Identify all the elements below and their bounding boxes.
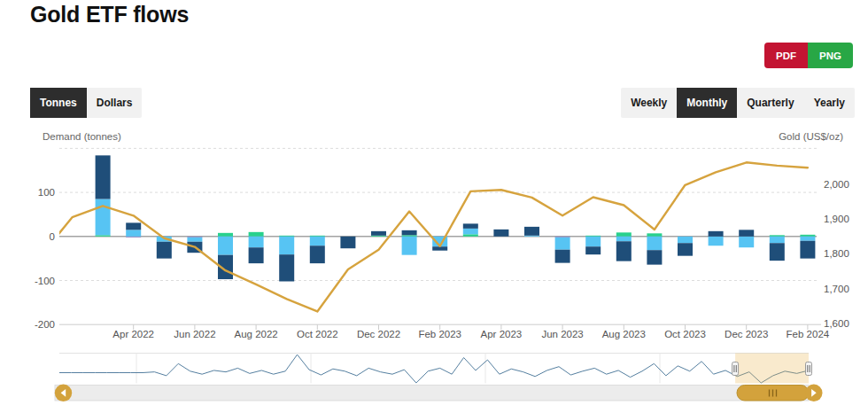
dark-blue-segment[interactable] [371,231,386,236]
light-blue-segment[interactable] [585,237,601,246]
dark-blue-segment[interactable] [770,243,785,261]
green-segment[interactable] [402,235,417,236]
left-axis-tick-label: -200 [35,319,55,330]
light-blue-segment[interactable] [800,237,815,241]
scrollbar-right-button[interactable] [805,385,822,401]
light-blue-segment[interactable] [126,230,141,236]
navigator-selection[interactable] [735,354,809,384]
dark-blue-segment[interactable] [96,155,111,199]
light-blue-segment[interactable] [96,199,111,236]
green-segment[interactable] [310,236,325,237]
bar-mar-2022[interactable] [96,155,111,236]
purple-segment[interactable] [555,237,570,238]
navigator-right-handle[interactable] [806,362,812,376]
light-blue-segment[interactable] [463,229,478,234]
dark-blue-segment[interactable] [463,223,478,228]
x-axis-label: Feb 2023 [418,329,461,339]
navigator-left-handle[interactable] [732,362,739,376]
green-segment[interactable] [218,233,233,237]
green-segment[interactable] [279,236,294,237]
navigator-sparkline [59,355,809,383]
light-blue-segment[interactable] [616,237,632,241]
purple-segment[interactable] [187,237,202,238]
dark-blue-segment[interactable] [678,243,693,255]
green-segment[interactable] [585,236,601,237]
dark-blue-segment[interactable] [524,227,539,236]
right-axis-tick-label: 1,600 [824,318,849,329]
dark-blue-segment[interactable] [647,250,662,264]
x-axis-label: Apr 2022 [112,329,154,339]
bar-oct-2023[interactable] [678,237,693,256]
dark-blue-segment[interactable] [402,230,417,235]
x-axis-label: Aug 2022 [234,329,277,339]
light-blue-segment[interactable] [249,237,264,247]
bar-apr-2023[interactable] [493,230,508,237]
bar-may-2023[interactable] [524,227,539,237]
green-segment[interactable] [647,233,662,236]
right-axis-tick-label: 2,000 [824,179,849,190]
light-blue-segment[interactable] [555,238,570,250]
x-axis-label: Jun 2022 [174,329,215,339]
light-blue-segment[interactable] [739,237,754,247]
dark-blue-segment[interactable] [340,237,355,248]
green-segment[interactable] [371,236,386,237]
bar-apr-2022[interactable] [126,222,141,237]
bar-oct-2022[interactable] [310,236,325,263]
bar-aug-2023[interactable] [616,232,632,261]
scrollbar-left-button[interactable] [55,385,72,401]
light-blue-segment[interactable] [524,236,539,237]
bar-dec-2022[interactable] [371,231,386,237]
bar-mar-2023[interactable] [463,223,478,236]
light-blue-segment[interactable] [709,237,724,245]
bar-nov-2022[interactable] [340,237,355,248]
green-segment[interactable] [463,234,478,236]
green-segment[interactable] [800,235,815,237]
bar-jul-2023[interactable] [585,236,601,254]
dark-blue-segment[interactable] [739,230,754,236]
light-blue-segment[interactable] [770,237,785,243]
x-axis-label: Dec 2022 [357,329,400,339]
dark-blue-segment[interactable] [555,250,570,263]
light-blue-segment[interactable] [402,237,417,255]
dark-blue-segment[interactable] [310,245,325,263]
x-axis-label: Apr 2023 [481,329,523,339]
light-blue-segment[interactable] [187,238,202,242]
green-segment[interactable] [770,235,785,236]
scrollbar-track[interactable] [55,386,809,401]
dark-blue-segment[interactable] [126,222,141,230]
dark-blue-segment[interactable] [709,231,724,237]
bar-sep-2022[interactable] [279,236,294,282]
dark-blue-segment[interactable] [493,230,508,237]
dark-blue-segment[interactable] [157,242,172,259]
bar-sep-2023[interactable] [647,233,662,264]
dark-blue-segment[interactable] [279,254,294,281]
handle-grip-icon[interactable] [806,362,812,376]
left-axis-tick-label: -100 [35,276,55,286]
right-axis-title: Gold (US$/oz) [779,131,843,142]
dark-blue-segment[interactable] [585,246,601,254]
bar-nov-2023[interactable] [709,231,724,245]
handle-grip-icon[interactable] [732,362,739,376]
light-blue-segment[interactable] [218,237,233,255]
light-blue-segment[interactable] [279,237,294,254]
x-axis-label: Oct 2022 [297,329,338,339]
light-blue-segment[interactable] [678,237,693,243]
green-segment[interactable] [616,232,632,236]
dark-blue-segment[interactable] [616,241,632,261]
bar-jun-2023[interactable] [555,237,570,263]
left-axis-tick-label: 100 [38,187,55,198]
light-blue-segment[interactable] [647,237,662,250]
bar-aug-2022[interactable] [249,232,264,263]
light-blue-segment[interactable] [310,237,325,245]
purple-segment[interactable] [126,237,141,238]
dark-blue-segment[interactable] [249,247,264,263]
bar-dec-2023[interactable] [739,230,754,247]
bar-feb-2024[interactable] [800,235,815,259]
chart-canvas: Demand (tonnes)Gold (US$/oz)1000-100-200… [0,0,868,413]
green-segment[interactable] [96,235,111,236]
dark-blue-segment[interactable] [800,241,815,259]
bar-jan-2024[interactable] [770,235,785,261]
x-axis-label: Feb 2024 [787,329,830,339]
bar-jan-2023[interactable] [402,230,417,255]
green-segment[interactable] [249,232,264,237]
